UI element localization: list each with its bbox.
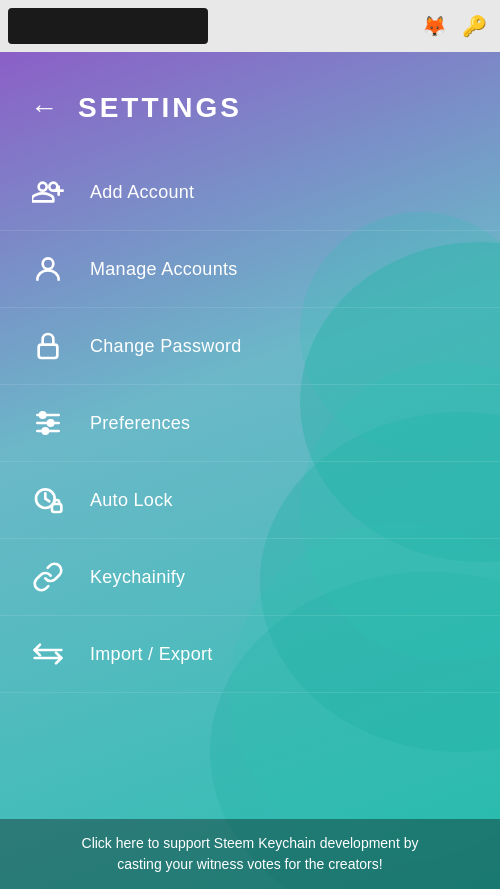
fox-icon-button[interactable]: 🦊	[416, 8, 452, 44]
menu-item-preferences[interactable]: Preferences	[0, 385, 500, 462]
keychainify-label: Keychainify	[90, 567, 185, 588]
import-export-label: Import / Export	[90, 644, 213, 665]
svg-point-15	[43, 428, 48, 433]
menu-list: Add Account Manage Accounts Change Passw…	[0, 154, 500, 693]
user-icon	[30, 251, 66, 287]
top-bar: 🦊 🔑	[0, 0, 500, 52]
manage-accounts-label: Manage Accounts	[90, 259, 238, 280]
svg-rect-9	[39, 345, 58, 358]
menu-item-manage-accounts[interactable]: Manage Accounts	[0, 231, 500, 308]
main-container: ← SETTINGS Add Account	[0, 52, 500, 889]
menu-item-import-export[interactable]: Import / Export	[0, 616, 500, 693]
page-title: SETTINGS	[78, 92, 242, 124]
svg-point-8	[43, 258, 54, 269]
auto-lock-label: Auto Lock	[90, 490, 173, 511]
preferences-label: Preferences	[90, 413, 190, 434]
footer-text: Click here to support Steem Keychain dev…	[20, 833, 480, 875]
logo-placeholder	[8, 8, 208, 44]
svg-point-14	[48, 420, 53, 425]
transfer-icon	[30, 636, 66, 672]
key-icon-button[interactable]: 🔑	[456, 8, 492, 44]
add-account-label: Add Account	[90, 182, 194, 203]
add-user-icon	[30, 174, 66, 210]
menu-item-auto-lock[interactable]: Auto Lock	[0, 462, 500, 539]
clock-lock-icon	[30, 482, 66, 518]
settings-header: ← SETTINGS	[0, 52, 500, 154]
top-bar-icons: 🦊 🔑	[416, 8, 492, 44]
change-password-label: Change Password	[90, 336, 242, 357]
menu-item-change-password[interactable]: Change Password	[0, 308, 500, 385]
back-button[interactable]: ←	[30, 94, 58, 122]
svg-rect-17	[52, 504, 61, 512]
lock-icon	[30, 328, 66, 364]
sliders-icon	[30, 405, 66, 441]
footer-banner[interactable]: Click here to support Steem Keychain dev…	[0, 819, 500, 889]
menu-item-add-account[interactable]: Add Account	[0, 154, 500, 231]
menu-item-keychainify[interactable]: Keychainify	[0, 539, 500, 616]
svg-point-13	[40, 412, 45, 417]
link-icon	[30, 559, 66, 595]
